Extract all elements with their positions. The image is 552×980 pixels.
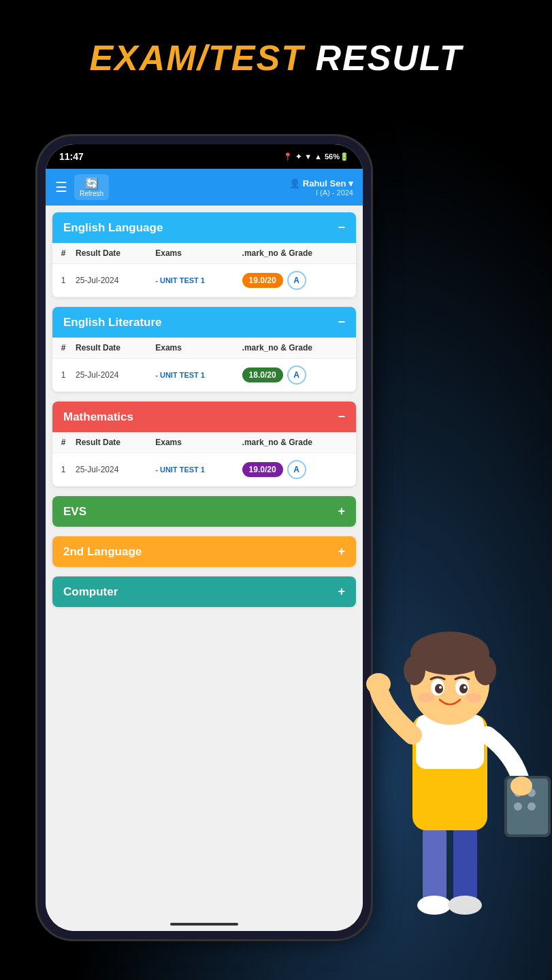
- svg-point-24: [527, 802, 536, 811]
- expand-btn-evs[interactable]: +: [338, 504, 345, 519]
- row-num: 1: [52, 264, 71, 297]
- result-table-mathematics: # Result Date Exams .mark_no & Grade 1 2…: [52, 432, 356, 487]
- collapse-btn-english-language[interactable]: −: [338, 220, 345, 235]
- grade-circle: A: [287, 365, 306, 385]
- subject-name-english-language: English Language: [63, 221, 163, 235]
- col-date: Result Date: [71, 243, 151, 264]
- row-date: 25-Jul-2024: [71, 359, 151, 392]
- exam-name: - UNIT TEST 1: [155, 276, 205, 284]
- subject-header-english-literature[interactable]: English Literature −: [52, 307, 356, 338]
- svg-point-8: [404, 655, 425, 685]
- svg-point-9: [474, 655, 496, 685]
- signal-icon: ▲: [314, 152, 322, 161]
- subject-name-mathematics: Mathematics: [63, 410, 133, 424]
- row-exam: - UNIT TEST 1: [151, 359, 238, 392]
- col-num: #: [52, 243, 71, 264]
- character-illustration: [341, 551, 552, 960]
- subject-card-mathematics: Mathematics − # Result Date Exams .mark_…: [52, 402, 356, 487]
- marks-badge: 19.0/20: [242, 273, 283, 288]
- row-marks-grade: 19.0/20 A: [238, 453, 356, 487]
- page-title: EXAM/TEST RESULT: [89, 37, 462, 78]
- exam-name: - UNIT TEST 1: [155, 371, 205, 379]
- col-marks-grade: .mark_no & Grade: [238, 243, 356, 264]
- wifi-icon: ▼: [304, 152, 312, 161]
- svg-point-12: [435, 684, 443, 693]
- col-num: #: [52, 432, 71, 453]
- row-marks-grade: 18.0/20 A: [238, 359, 356, 392]
- row-exam: - UNIT TEST 1: [151, 453, 238, 487]
- subject-name-english-literature: English Literature: [63, 316, 162, 329]
- subject-header-mathematics[interactable]: Mathematics −: [52, 402, 356, 432]
- table-header-row: # Result Date Exams .mark_no & Grade: [52, 432, 356, 453]
- refresh-label: Refresh: [80, 190, 103, 197]
- svg-point-25: [510, 777, 532, 796]
- svg-point-18: [366, 673, 391, 695]
- phone-frame: 11:47 📍 ✦ ▼ ▲ 56%🔋 ☰ 🔄 Refresh 👤 Rahul S…: [37, 136, 371, 939]
- location-icon: 📍: [283, 152, 293, 161]
- subject-header-computer[interactable]: Computer +: [52, 576, 356, 607]
- subject-name-2nd-language: 2nd Language: [63, 545, 142, 559]
- title-exam-test: EXAM/TEST: [89, 38, 304, 78]
- svg-rect-1: [453, 823, 477, 905]
- col-exam: Exams: [151, 243, 238, 264]
- svg-rect-0: [423, 823, 447, 905]
- collapse-btn-english-literature[interactable]: −: [338, 315, 345, 329]
- marks-badge: 19.0/20: [242, 462, 283, 477]
- user-class: I (A) - 2024: [289, 189, 353, 197]
- subject-card-evs: EVS +: [52, 496, 356, 527]
- grade-circle: A: [287, 460, 306, 479]
- row-marks-grade: 19.0/20 A: [238, 264, 356, 297]
- collapse-btn-mathematics[interactable]: −: [338, 410, 345, 424]
- table-row: 1 25-Jul-2024 - UNIT TEST 1 19.0/20 A: [52, 264, 356, 297]
- subject-card-computer: Computer +: [52, 576, 356, 607]
- header-left: ☰ 🔄 Refresh: [55, 174, 109, 200]
- marks-grade-container: 19.0/20 A: [242, 271, 352, 290]
- refresh-icon: 🔄: [80, 177, 103, 190]
- col-date: Result Date: [71, 338, 151, 359]
- subject-header-evs[interactable]: EVS +: [52, 496, 356, 527]
- table-header-row: # Result Date Exams .mark_no & Grade: [52, 338, 356, 359]
- result-table-english-literature: # Result Date Exams .mark_no & Grade 1 2…: [52, 338, 356, 392]
- hamburger-menu[interactable]: ☰: [55, 179, 67, 195]
- svg-point-13: [459, 684, 468, 693]
- subject-name-computer: Computer: [63, 585, 118, 599]
- table-row: 1 25-Jul-2024 - UNIT TEST 1 18.0/20 A: [52, 359, 356, 392]
- header-right: 👤 Rahul Sen ▾ I (A) - 2024: [289, 178, 353, 197]
- title-result: RESULT: [304, 38, 463, 78]
- svg-point-23: [514, 802, 522, 811]
- phone-screen: 11:47 📍 ✦ ▼ ▲ 56%🔋 ☰ 🔄 Refresh 👤 Rahul S…: [46, 144, 363, 931]
- status-time: 11:47: [59, 151, 84, 162]
- svg-point-14: [439, 686, 442, 689]
- user-name[interactable]: 👤 Rahul Sen ▾: [289, 178, 353, 189]
- subject-header-english-language[interactable]: English Language −: [52, 212, 356, 243]
- status-icons: 📍 ✦ ▼ ▲ 56%🔋: [283, 152, 349, 161]
- subject-header-2nd-language[interactable]: 2nd Language +: [52, 536, 356, 567]
- table-row: 1 25-Jul-2024 - UNIT TEST 1 19.0/20 A: [52, 453, 356, 487]
- col-exam: Exams: [151, 432, 238, 453]
- app-header: ☰ 🔄 Refresh 👤 Rahul Sen ▾ I (A) - 2024: [46, 169, 363, 206]
- battery-icon: 56%🔋: [325, 152, 349, 161]
- svg-point-2: [417, 896, 451, 915]
- marks-grade-container: 19.0/20 A: [242, 460, 352, 479]
- row-date: 25-Jul-2024: [71, 264, 151, 297]
- svg-point-15: [464, 686, 466, 689]
- row-num: 1: [52, 359, 71, 392]
- marks-badge: 18.0/20: [242, 368, 283, 382]
- col-num: #: [52, 338, 71, 359]
- content-area[interactable]: English Language − # Result Date Exams .…: [46, 206, 363, 931]
- svg-point-16: [418, 693, 434, 702]
- svg-point-3: [448, 896, 482, 915]
- svg-point-17: [466, 693, 482, 702]
- col-marks-grade: .mark_no & Grade: [238, 432, 356, 453]
- result-table-english-language: # Result Date Exams .mark_no & Grade 1 2…: [52, 243, 356, 297]
- col-date: Result Date: [71, 432, 151, 453]
- refresh-button[interactable]: 🔄 Refresh: [74, 174, 109, 200]
- grade-circle: A: [287, 271, 306, 290]
- row-num: 1: [52, 453, 71, 487]
- subject-card-english-language: English Language − # Result Date Exams .…: [52, 212, 356, 297]
- subject-name-evs: EVS: [63, 505, 86, 519]
- row-date: 25-Jul-2024: [71, 453, 151, 487]
- home-bar: [170, 923, 238, 926]
- subject-card-english-literature: English Literature − # Result Date Exams…: [52, 307, 356, 392]
- bluetooth-icon: ✦: [295, 152, 302, 161]
